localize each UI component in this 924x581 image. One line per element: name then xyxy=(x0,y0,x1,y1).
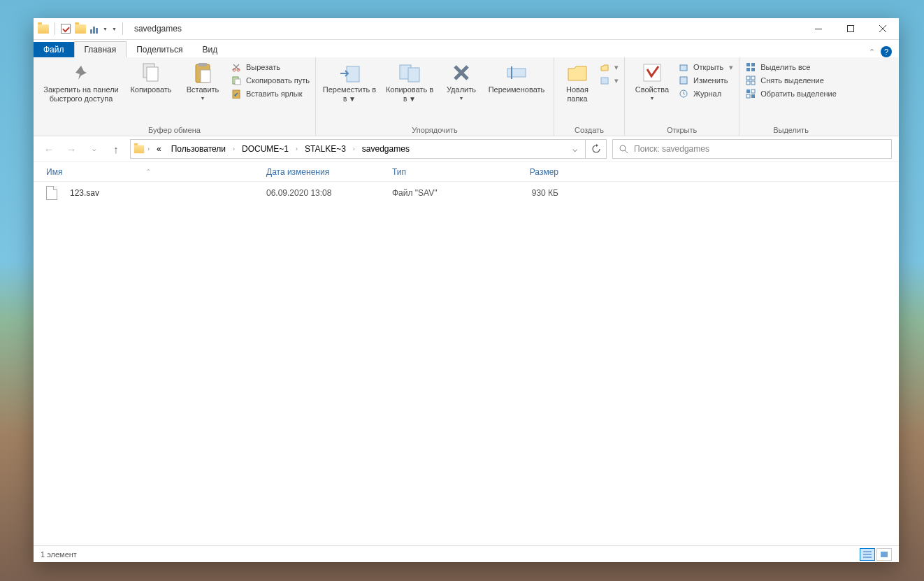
moveto-button[interactable]: Переместить вв ▼ xyxy=(322,60,377,103)
selectall-button[interactable]: Выделить все xyxy=(745,62,837,73)
svg-rect-32 xyxy=(746,94,750,98)
column-date[interactable]: Дата изменения xyxy=(266,167,392,177)
cut-button[interactable]: Вырезать xyxy=(231,62,310,73)
svg-rect-0 xyxy=(815,29,822,29)
qat-properties-icon[interactable] xyxy=(61,24,71,34)
svg-rect-25 xyxy=(751,68,755,71)
svg-rect-17 xyxy=(601,78,608,84)
svg-rect-26 xyxy=(746,76,750,80)
copyto-button[interactable]: Копировать вв ▼ xyxy=(382,60,438,103)
help-icon[interactable]: ? xyxy=(881,46,892,57)
delete-button[interactable]: Удалить▼ xyxy=(442,60,481,101)
collapse-ribbon-icon[interactable]: ⌃ xyxy=(869,48,875,57)
view-details-button[interactable] xyxy=(860,548,875,561)
status-bar: 1 элемент xyxy=(34,545,899,562)
pasteshortcut-button[interactable]: Вставить ярлык xyxy=(231,88,310,99)
window-title: savedgames xyxy=(134,24,182,34)
copy-button[interactable]: Копировать xyxy=(127,60,175,94)
open-button[interactable]: Открыть▾ xyxy=(678,62,733,73)
breadcrumb[interactable]: › « Пользователи› DOCUME~1› STALKE~3› sa… xyxy=(130,139,586,159)
breadcrumb-item[interactable]: STALKE~3 xyxy=(301,143,350,155)
app-folder-icon xyxy=(38,24,49,34)
close-button[interactable] xyxy=(867,18,899,40)
nav-recent-button[interactable]: ⌵ xyxy=(85,141,102,157)
history-button[interactable]: Журнал xyxy=(678,88,733,99)
minimize-button[interactable] xyxy=(802,18,835,40)
svg-rect-29 xyxy=(751,81,755,85)
column-headers: Имя⌃ Дата изменения Тип Размер xyxy=(34,162,899,182)
sort-indicator-icon: ⌃ xyxy=(146,168,151,175)
column-size[interactable]: Размер xyxy=(496,167,558,177)
svg-rect-3 xyxy=(147,67,158,81)
selectinvert-button[interactable]: Обратить выделение xyxy=(745,88,837,99)
file-list: Имя⌃ Дата изменения Тип Размер 123.sav 0… xyxy=(34,162,899,545)
column-type[interactable]: Тип xyxy=(392,167,496,177)
svg-rect-23 xyxy=(751,63,755,66)
nav-forward-button[interactable]: → xyxy=(63,141,80,157)
svg-rect-6 xyxy=(201,70,210,83)
ribbon: Закрепить на панели быстрого доступа Коп… xyxy=(34,57,899,136)
view-thumb-button[interactable] xyxy=(876,548,892,561)
column-name[interactable]: Имя⌃ xyxy=(46,167,266,177)
svg-rect-22 xyxy=(746,63,750,66)
status-text: 1 элемент xyxy=(41,550,77,559)
ribbon-group-organize: Переместить вв ▼ Копировать вв ▼ Удалить… xyxy=(316,57,554,136)
file-icon xyxy=(46,186,57,200)
copypath-button[interactable]: Скопировать путь xyxy=(231,75,310,86)
selectnone-button[interactable]: Снять выделение xyxy=(745,75,837,86)
rename-button[interactable]: Переименовать xyxy=(485,60,548,94)
tab-home[interactable]: Главная xyxy=(74,41,127,57)
svg-rect-31 xyxy=(751,89,755,93)
explorer-window: ▼ ▼ savedgames Файл Главная Поделиться В… xyxy=(34,18,899,562)
nav-up-button[interactable]: ↑ xyxy=(108,141,124,157)
newfolder-button[interactable]: Новая папка xyxy=(560,60,595,103)
svg-rect-14 xyxy=(408,68,419,82)
properties-button[interactable]: Свойства▼ xyxy=(630,60,674,101)
svg-rect-28 xyxy=(746,81,750,85)
svg-rect-24 xyxy=(746,68,750,71)
refresh-button[interactable] xyxy=(586,139,607,159)
svg-rect-33 xyxy=(751,94,755,98)
ribbon-tabs: Файл Главная Поделиться Вид ⌃ ? xyxy=(34,40,899,57)
svg-rect-5 xyxy=(198,63,207,66)
svg-rect-12 xyxy=(347,66,359,82)
easyaccess-button[interactable]: ▾ xyxy=(599,75,619,86)
quick-access-toolbar: ▼ ▼ xyxy=(34,22,129,35)
tab-share[interactable]: Поделиться xyxy=(127,42,192,57)
breadcrumb-prefix[interactable]: « xyxy=(152,143,166,155)
nav-back-button[interactable]: ← xyxy=(41,141,57,157)
file-row[interactable]: 123.sav 06.09.2020 13:08 Файл "SAV" 930 … xyxy=(34,182,899,204)
breadcrumb-item[interactable]: savedgames xyxy=(358,143,414,155)
tab-file[interactable]: Файл xyxy=(34,42,74,57)
search-icon xyxy=(619,144,628,154)
edit-button[interactable]: Изменить xyxy=(678,75,733,86)
qat-dropdown-icon[interactable]: ▼ xyxy=(112,27,117,31)
svg-rect-20 xyxy=(680,77,687,84)
qat-newfolder-icon[interactable] xyxy=(75,24,86,34)
search-input[interactable]: Поиск: savedgames xyxy=(612,139,892,159)
maximize-button[interactable] xyxy=(835,18,867,40)
addr-dropdown-button[interactable]: ⌵ xyxy=(567,141,582,157)
qat-customize-icon[interactable]: ▼ xyxy=(90,24,108,34)
breadcrumb-item[interactable]: Пользователи xyxy=(167,143,230,155)
svg-point-34 xyxy=(620,145,626,151)
svg-rect-10 xyxy=(235,79,240,85)
svg-line-35 xyxy=(625,150,628,153)
ribbon-group-select: Выделить все Снять выделение Обратить вы… xyxy=(739,57,842,136)
tab-view[interactable]: Вид xyxy=(192,42,227,57)
addr-folder-icon xyxy=(134,145,144,153)
svg-rect-39 xyxy=(881,552,888,557)
ribbon-group-new: Новая папка ▾ ▾ Создать xyxy=(554,57,625,136)
pin-button[interactable]: Закрепить на панели быстрого доступа xyxy=(39,60,123,103)
ribbon-group-open: Свойства▼ Открыть▾ Изменить Журнал Откры… xyxy=(625,57,739,136)
newitem-button[interactable]: ▾ xyxy=(599,62,619,73)
svg-rect-27 xyxy=(751,76,755,80)
address-bar: ← → ⌵ ↑ › « Пользователи› DOCUME~1› STAL… xyxy=(34,136,899,162)
breadcrumb-item[interactable]: DOCUME~1 xyxy=(238,143,293,155)
svg-rect-15 xyxy=(507,69,526,77)
svg-rect-19 xyxy=(680,65,687,71)
titlebar: ▼ ▼ savedgames xyxy=(34,18,899,40)
svg-rect-30 xyxy=(746,89,750,93)
paste-button[interactable]: Вставить ▼ xyxy=(179,60,226,101)
ribbon-group-clipboard: Закрепить на панели быстрого доступа Коп… xyxy=(34,57,316,136)
